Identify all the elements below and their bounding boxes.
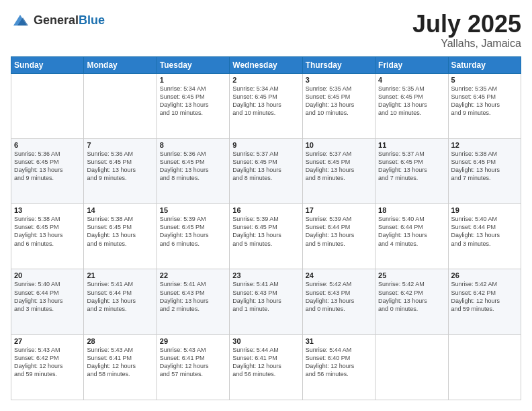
calendar-cell: 23Sunrise: 5:41 AM Sunset: 6:43 PM Dayli… <box>230 269 302 334</box>
calendar-cell: 8Sunrise: 5:36 AM Sunset: 6:45 PM Daylig… <box>157 138 229 203</box>
day-info: Sunrise: 5:42 AM Sunset: 6:42 PM Dayligh… <box>378 280 445 313</box>
day-info: Sunrise: 5:38 AM Sunset: 6:45 PM Dayligh… <box>451 150 518 183</box>
header: GeneralBlue July 2025 Yallahs, Jamaica <box>11 11 521 50</box>
day-number: 11 <box>378 141 445 149</box>
day-info: Sunrise: 5:36 AM Sunset: 6:45 PM Dayligh… <box>87 150 153 183</box>
calendar-cell: 26Sunrise: 5:42 AM Sunset: 6:42 PM Dayli… <box>448 269 521 334</box>
calendar-cell: 22Sunrise: 5:41 AM Sunset: 6:43 PM Dayli… <box>157 269 229 334</box>
logo-general: GeneralBlue <box>34 14 105 27</box>
calendar-cell: 11Sunrise: 5:37 AM Sunset: 6:45 PM Dayli… <box>375 138 448 203</box>
day-info: Sunrise: 5:38 AM Sunset: 6:45 PM Dayligh… <box>14 215 81 248</box>
day-info: Sunrise: 5:40 AM Sunset: 6:44 PM Dayligh… <box>378 215 445 248</box>
calendar-cell: 3Sunrise: 5:35 AM Sunset: 6:45 PM Daylig… <box>302 73 375 138</box>
day-number: 8 <box>160 141 226 149</box>
day-number: 16 <box>232 206 299 214</box>
calendar-cell: 18Sunrise: 5:40 AM Sunset: 6:44 PM Dayli… <box>375 204 448 269</box>
day-number: 28 <box>87 337 153 345</box>
calendar-cell: 16Sunrise: 5:39 AM Sunset: 6:45 PM Dayli… <box>230 204 302 269</box>
day-info: Sunrise: 5:39 AM Sunset: 6:45 PM Dayligh… <box>232 215 299 248</box>
day-number: 18 <box>378 206 445 214</box>
day-info: Sunrise: 5:43 AM Sunset: 6:41 PM Dayligh… <box>160 346 226 379</box>
day-info: Sunrise: 5:37 AM Sunset: 6:45 PM Dayligh… <box>232 150 299 183</box>
day-number: 20 <box>14 271 81 279</box>
day-number: 14 <box>87 206 153 214</box>
day-number: 31 <box>306 337 372 345</box>
day-number: 22 <box>160 271 226 279</box>
calendar-cell <box>448 334 521 400</box>
calendar-cell: 24Sunrise: 5:42 AM Sunset: 6:43 PM Dayli… <box>302 269 375 334</box>
day-number: 1 <box>160 76 226 84</box>
day-number: 3 <box>306 76 372 84</box>
weekday-header-row: Sunday Monday Tuesday Wednesday Thursday… <box>11 56 521 73</box>
day-number: 26 <box>451 271 518 279</box>
day-number: 9 <box>232 141 299 149</box>
header-friday: Friday <box>375 56 448 73</box>
logo-icon <box>11 11 30 30</box>
calendar-cell: 10Sunrise: 5:37 AM Sunset: 6:45 PM Dayli… <box>302 138 375 203</box>
day-info: Sunrise: 5:36 AM Sunset: 6:45 PM Dayligh… <box>14 150 81 183</box>
calendar-cell: 21Sunrise: 5:41 AM Sunset: 6:44 PM Dayli… <box>84 269 157 334</box>
logo: GeneralBlue <box>11 11 105 30</box>
calendar-cell: 20Sunrise: 5:40 AM Sunset: 6:44 PM Dayli… <box>11 269 84 334</box>
day-info: Sunrise: 5:43 AM Sunset: 6:41 PM Dayligh… <box>87 346 153 379</box>
calendar-cell: 28Sunrise: 5:43 AM Sunset: 6:41 PM Dayli… <box>84 334 157 400</box>
day-info: Sunrise: 5:36 AM Sunset: 6:45 PM Dayligh… <box>160 150 226 183</box>
week-row-5: 27Sunrise: 5:43 AM Sunset: 6:42 PM Dayli… <box>11 334 521 400</box>
day-number: 7 <box>87 141 153 149</box>
calendar-cell: 2Sunrise: 5:34 AM Sunset: 6:45 PM Daylig… <box>230 73 302 138</box>
day-info: Sunrise: 5:41 AM Sunset: 6:43 PM Dayligh… <box>232 280 299 313</box>
day-info: Sunrise: 5:44 AM Sunset: 6:41 PM Dayligh… <box>232 346 299 379</box>
calendar-cell: 30Sunrise: 5:44 AM Sunset: 6:41 PM Dayli… <box>230 334 302 400</box>
day-number: 13 <box>14 206 81 214</box>
location-title: Yallahs, Jamaica <box>412 38 521 50</box>
calendar-cell <box>84 73 157 138</box>
header-tuesday: Tuesday <box>157 56 229 73</box>
day-info: Sunrise: 5:41 AM Sunset: 6:43 PM Dayligh… <box>160 280 226 313</box>
calendar-cell: 13Sunrise: 5:38 AM Sunset: 6:45 PM Dayli… <box>11 204 84 269</box>
calendar-cell: 17Sunrise: 5:39 AM Sunset: 6:44 PM Dayli… <box>302 204 375 269</box>
day-info: Sunrise: 5:37 AM Sunset: 6:45 PM Dayligh… <box>306 150 372 183</box>
day-info: Sunrise: 5:40 AM Sunset: 6:44 PM Dayligh… <box>451 215 518 248</box>
calendar-cell: 6Sunrise: 5:36 AM Sunset: 6:45 PM Daylig… <box>11 138 84 203</box>
calendar-cell: 29Sunrise: 5:43 AM Sunset: 6:41 PM Dayli… <box>157 334 229 400</box>
day-number: 15 <box>160 206 226 214</box>
calendar-cell: 12Sunrise: 5:38 AM Sunset: 6:45 PM Dayli… <box>448 138 521 203</box>
header-thursday: Thursday <box>302 56 375 73</box>
day-info: Sunrise: 5:34 AM Sunset: 6:45 PM Dayligh… <box>232 85 299 118</box>
calendar-cell: 19Sunrise: 5:40 AM Sunset: 6:44 PM Dayli… <box>448 204 521 269</box>
day-number: 5 <box>451 76 518 84</box>
day-info: Sunrise: 5:35 AM Sunset: 6:45 PM Dayligh… <box>306 85 372 118</box>
day-info: Sunrise: 5:39 AM Sunset: 6:45 PM Dayligh… <box>160 215 226 248</box>
calendar-cell <box>11 73 84 138</box>
header-wednesday: Wednesday <box>230 56 302 73</box>
title-block: July 2025 Yallahs, Jamaica <box>412 11 521 50</box>
day-info: Sunrise: 5:44 AM Sunset: 6:40 PM Dayligh… <box>306 346 372 379</box>
header-saturday: Saturday <box>448 56 521 73</box>
day-info: Sunrise: 5:35 AM Sunset: 6:45 PM Dayligh… <box>378 85 445 118</box>
day-number: 12 <box>451 141 518 149</box>
page: GeneralBlue July 2025 Yallahs, Jamaica S… <box>0 0 532 411</box>
week-row-4: 20Sunrise: 5:40 AM Sunset: 6:44 PM Dayli… <box>11 269 521 334</box>
day-number: 29 <box>160 337 226 345</box>
calendar-cell: 14Sunrise: 5:38 AM Sunset: 6:45 PM Dayli… <box>84 204 157 269</box>
day-info: Sunrise: 5:34 AM Sunset: 6:45 PM Dayligh… <box>160 85 226 118</box>
day-info: Sunrise: 5:42 AM Sunset: 6:43 PM Dayligh… <box>306 280 372 313</box>
day-number: 21 <box>87 271 153 279</box>
day-info: Sunrise: 5:39 AM Sunset: 6:44 PM Dayligh… <box>306 215 372 248</box>
calendar-table: Sunday Monday Tuesday Wednesday Thursday… <box>11 56 521 400</box>
month-title: July 2025 <box>412 11 521 38</box>
day-number: 30 <box>232 337 299 345</box>
day-number: 2 <box>232 76 299 84</box>
calendar-cell: 5Sunrise: 5:35 AM Sunset: 6:45 PM Daylig… <box>448 73 521 138</box>
day-number: 4 <box>378 76 445 84</box>
day-info: Sunrise: 5:38 AM Sunset: 6:45 PM Dayligh… <box>87 215 153 248</box>
week-row-1: 1Sunrise: 5:34 AM Sunset: 6:45 PM Daylig… <box>11 73 521 138</box>
calendar-cell: 7Sunrise: 5:36 AM Sunset: 6:45 PM Daylig… <box>84 138 157 203</box>
calendar-cell <box>375 334 448 400</box>
calendar-cell: 15Sunrise: 5:39 AM Sunset: 6:45 PM Dayli… <box>157 204 229 269</box>
day-number: 10 <box>306 141 372 149</box>
day-number: 19 <box>451 206 518 214</box>
day-number: 6 <box>14 141 81 149</box>
calendar-cell: 31Sunrise: 5:44 AM Sunset: 6:40 PM Dayli… <box>302 334 375 400</box>
header-sunday: Sunday <box>11 56 84 73</box>
